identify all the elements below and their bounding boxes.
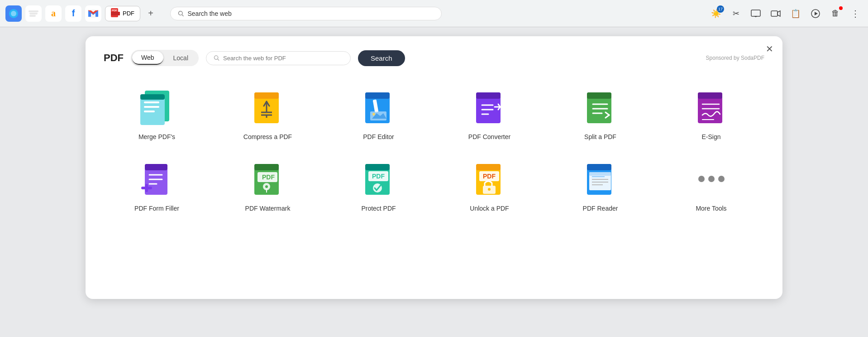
svg-rect-51 xyxy=(587,92,611,99)
address-bar[interactable] xyxy=(170,7,442,20)
svg-rect-88 xyxy=(587,164,611,170)
pdf-form-filler-icon xyxy=(137,159,177,199)
scissors-icon[interactable]: ✂ xyxy=(729,6,743,21)
web-tab-button[interactable]: Web xyxy=(132,51,163,65)
svg-rect-58 xyxy=(698,92,722,99)
video-icon[interactable] xyxy=(768,6,783,21)
svg-rect-3 xyxy=(29,13,38,14)
svg-line-11 xyxy=(182,14,183,16)
toolbar-right: ☀️ 17 ✂ 📋 🗑 ⋮ xyxy=(709,6,863,21)
svg-text:PDF: PDF xyxy=(262,173,275,181)
tool-pdf-converter[interactable]: PDF Converter xyxy=(436,82,543,145)
svg-rect-63 xyxy=(145,164,167,170)
svg-rect-68 xyxy=(145,184,148,192)
tab-pdf[interactable]: PDF PDF xyxy=(105,6,140,21)
close-button[interactable]: ✕ xyxy=(766,43,773,54)
merge-pdf-icon xyxy=(137,87,177,128)
svg-text:PDF: PDF xyxy=(112,9,117,12)
notification-badge: 17 xyxy=(717,5,724,13)
play-icon[interactable] xyxy=(808,6,823,21)
tool-pdf-watermark[interactable]: PDF PDF Watermark xyxy=(215,154,321,217)
svg-point-41 xyxy=(372,113,375,116)
pdf-title: PDF xyxy=(104,52,124,64)
tool-pdf-editor[interactable]: PDF Editor xyxy=(325,82,432,145)
svg-rect-26 xyxy=(140,94,165,100)
tab-blue-circle[interactable] xyxy=(5,5,22,22)
svg-rect-82 xyxy=(476,164,501,170)
svg-point-10 xyxy=(178,11,182,15)
trash-icon[interactable]: 🗑 xyxy=(828,6,843,21)
tool-protect-pdf[interactable]: PDF Protect PDF xyxy=(325,154,432,217)
pdf-reader-icon xyxy=(580,159,621,199)
tools-grid: Merge PDF's Compress a PDF xyxy=(104,82,764,217)
tab-amazon[interactable]: a xyxy=(45,5,62,22)
svg-point-1 xyxy=(11,11,16,16)
search-field-icon xyxy=(214,55,219,61)
compress-pdf-icon xyxy=(248,87,288,128)
tool-split-pdf[interactable]: Split a PDF xyxy=(547,82,653,145)
monitor-svg xyxy=(751,10,761,18)
svg-rect-8 xyxy=(111,12,120,15)
tab-facebook[interactable]: f xyxy=(65,5,81,22)
compress-pdf-label: Compress a PDF xyxy=(243,133,292,140)
monitor-icon[interactable] xyxy=(749,6,763,21)
new-tab-button[interactable]: + xyxy=(144,7,157,20)
address-input[interactable] xyxy=(187,10,434,17)
more-tools-icon xyxy=(691,159,732,199)
protect-pdf-label: Protect PDF xyxy=(361,205,396,212)
svg-text:PDF: PDF xyxy=(372,173,385,180)
pdf-form-filler-label: PDF Form Filler xyxy=(134,205,179,212)
red-badge xyxy=(839,6,843,10)
tool-unlock-pdf[interactable]: PDF Unlock a PDF xyxy=(436,154,543,217)
pdf-editor-label: PDF Editor xyxy=(363,133,394,140)
svg-rect-36 xyxy=(365,92,390,99)
svg-rect-77 xyxy=(365,164,390,170)
e-sign-label: E-Sign xyxy=(701,133,720,140)
pdf-editor-icon xyxy=(358,87,399,128)
merge-pdf-label: Merge PDF's xyxy=(138,133,175,140)
svg-rect-15 xyxy=(771,11,777,16)
header-row: PDF Web Local Search Sponsored by SodaPD… xyxy=(104,50,764,66)
sponsored-text: Sponsored by SodaPDF xyxy=(706,55,764,61)
more-tools-label: More Tools xyxy=(696,205,726,212)
tool-e-sign[interactable]: E-Sign xyxy=(658,82,764,145)
menu-icon[interactable]: ⋮ xyxy=(848,6,863,21)
pdf-watermark-icon: PDF xyxy=(248,159,288,199)
svg-point-74 xyxy=(265,185,268,188)
svg-rect-90 xyxy=(589,172,611,176)
search-button[interactable]: Search xyxy=(358,50,405,66)
popup-panel: ✕ PDF Web Local Search Sponsored by Soda… xyxy=(86,36,782,299)
svg-rect-28 xyxy=(254,92,279,99)
search-field[interactable] xyxy=(206,51,351,65)
svg-text:PDF: PDF xyxy=(483,173,496,180)
pdf-converter-label: PDF Converter xyxy=(468,133,510,140)
tool-pdf-reader[interactable]: PDF Reader xyxy=(547,154,653,217)
video-svg xyxy=(771,10,781,17)
local-tab-button[interactable]: Local xyxy=(164,51,197,65)
svg-rect-70 xyxy=(254,164,279,170)
pdf-reader-label: PDF Reader xyxy=(583,205,618,212)
unlock-pdf-icon: PDF xyxy=(469,159,510,199)
pdf-tab-icon: PDF xyxy=(111,8,120,19)
tool-compress-pdf[interactable]: Compress a PDF xyxy=(215,82,321,145)
svg-point-86 xyxy=(488,188,491,191)
tab-gmail[interactable] xyxy=(85,5,101,22)
clipboard-icon[interactable]: 📋 xyxy=(788,6,803,21)
brightness-icon[interactable]: ☀️ 17 xyxy=(709,6,723,21)
tool-pdf-form-filler[interactable]: PDF Form Filler xyxy=(104,154,210,217)
tool-more-tools[interactable]: More Tools xyxy=(658,154,764,217)
tool-merge-pdf[interactable]: Merge PDF's xyxy=(104,82,210,145)
toggle-group: Web Local xyxy=(131,50,199,66)
protect-pdf-icon: PDF xyxy=(358,159,399,199)
main-area: ✕ PDF Web Local Search Sponsored by Soda… xyxy=(0,27,868,337)
tab-new-tab-icon[interactable] xyxy=(25,5,42,22)
svg-marker-16 xyxy=(777,11,780,16)
svg-rect-4 xyxy=(29,10,38,12)
pdf-watermark-label: PDF Watermark xyxy=(245,205,291,212)
svg-rect-5 xyxy=(29,15,36,17)
search-icon xyxy=(178,10,184,17)
browser-chrome: a f PDF PDF + ☀️ 17 xyxy=(0,0,868,27)
unlock-pdf-label: Unlock a PDF xyxy=(470,205,509,212)
pdf-search-input[interactable] xyxy=(223,55,343,62)
svg-line-20 xyxy=(218,59,219,60)
